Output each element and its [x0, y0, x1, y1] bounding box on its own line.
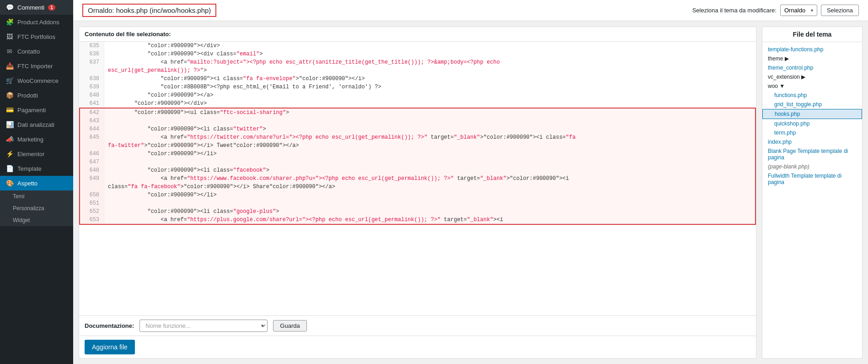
- main-content: Ornaldo: hooks.php (inc/woo/hooks.php) S…: [73, 0, 868, 364]
- table-row: 648 "color:#900090"><li class="facebook"…: [80, 166, 755, 174]
- sidebar-item-personalizza[interactable]: Personalizza: [0, 202, 73, 214]
- doc-select[interactable]: Nome funzione...: [139, 320, 268, 332]
- table-row: 641 "color:#900090"></div>: [80, 99, 755, 108]
- file-item[interactable]: template-functions.php: [762, 45, 862, 54]
- file-item[interactable]: Blank Page Template template di pagina: [762, 147, 862, 162]
- sidebar-item-temi[interactable]: Temi: [0, 190, 73, 202]
- table-row: 651: [80, 199, 755, 207]
- aggiorna-file-button[interactable]: Aggiorna file: [85, 340, 135, 354]
- content-area: Contenuto del file selezionato: 635 "col…: [73, 21, 868, 364]
- table-row: 637 <a href="mailto:?subject="><?php ech…: [80, 58, 755, 75]
- file-item[interactable]: index.php: [762, 137, 862, 147]
- appearance-icon: 🎨: [5, 179, 14, 187]
- sidebar-submenu-aspetto: Temi Personalizza Widget: [0, 190, 73, 226]
- code-editor[interactable]: 635 "color:#900090"></div>636 "color:#90…: [79, 42, 756, 315]
- mail-icon: ✉: [5, 48, 14, 55]
- sidebar-item-aspetto[interactable]: 🎨 Aspetto: [0, 176, 73, 190]
- file-item[interactable]: term.php: [762, 128, 862, 137]
- file-panel-title: File del tema: [762, 27, 862, 42]
- analytics-icon: 📊: [5, 121, 14, 128]
- guarda-button[interactable]: Guarda: [273, 320, 306, 331]
- sidebar-item-widget[interactable]: Widget: [0, 214, 73, 226]
- table-row: 635 "color:#900090"></div>: [80, 42, 755, 50]
- top-bar: Ornaldo: hooks.php (inc/woo/hooks.php) S…: [73, 0, 868, 21]
- table-row: 638 "color:#900090"><i class="fa fa-enve…: [80, 75, 755, 83]
- file-item[interactable]: vc_extension ▶: [762, 72, 862, 81]
- table-row: 647: [80, 158, 755, 166]
- sidebar-item-dati-analizzati[interactable]: 📊 Dati analizzati: [0, 117, 73, 132]
- code-table: 635 "color:#900090"></div>636 "color:#90…: [79, 42, 756, 225]
- file-item[interactable]: theme ▶: [762, 54, 862, 63]
- table-row: 652 "color:#900090"><li class="google-pl…: [80, 207, 755, 216]
- table-row: 640 "color:#900090"></a>: [80, 91, 755, 99]
- sidebar-item-commenti[interactable]: 💬 Commenti 1: [0, 0, 73, 15]
- file-item[interactable]: hooks.php: [762, 109, 862, 119]
- import-icon: 📥: [5, 62, 14, 70]
- table-row: 636 "color:#900090"><div class="email">: [80, 50, 755, 58]
- file-tree: template-functions.phptheme ▶theme_contr…: [762, 42, 862, 358]
- sidebar-item-elementor[interactable]: ⚡ Elementor: [0, 147, 73, 161]
- table-row: 639 "color:#8B008B"><?php esc_html_e('Em…: [80, 83, 755, 91]
- portfolio-icon: 🖼: [5, 33, 14, 40]
- table-row: 650 "color:#900090"></li>: [80, 191, 755, 199]
- table-row: 646 "color:#900090"></li>: [80, 150, 755, 158]
- select-theme-button[interactable]: Seleziona: [821, 5, 859, 16]
- sidebar-item-ftc-importer[interactable]: 📥 FTC Importer: [0, 59, 73, 73]
- sidebar: 💬 Commenti 1 🧩 Product Addons 🖼 FTC Port…: [0, 0, 73, 364]
- file-item[interactable]: quickshop.php: [762, 119, 862, 128]
- template-icon: 📄: [5, 165, 14, 172]
- sidebar-item-pagamenti[interactable]: 💳 Pagamenti: [0, 103, 73, 117]
- bottom-bar: Documentazione: Nome funzione... Guarda: [79, 315, 756, 336]
- aggiorna-row: Aggiorna file: [79, 336, 756, 358]
- payment-icon: 💳: [5, 106, 14, 114]
- sidebar-item-template[interactable]: 📄 Template: [0, 161, 73, 176]
- file-item[interactable]: Fullwidth Template template di pagina: [762, 171, 862, 187]
- sidebar-item-product-addons[interactable]: 🧩 Product Addons: [0, 15, 73, 29]
- doc-select-wrapper: Nome funzione...: [139, 320, 268, 332]
- file-item: (page-blank.php): [762, 162, 862, 171]
- theme-selector-label: Seleziona il tema da modificare:: [692, 7, 777, 14]
- box-icon: 📦: [5, 92, 14, 99]
- doc-label: Documentazione:: [85, 322, 134, 329]
- sidebar-item-woocommerce[interactable]: 🛒 WooCommerce: [0, 73, 73, 88]
- table-row: 642 "color:#900090"><ul class="ftc-socia…: [80, 108, 755, 117]
- file-panel: File del tema template-functions.phpthem…: [762, 27, 863, 359]
- editor-panel: Contenuto del file selezionato: 635 "col…: [79, 27, 756, 359]
- table-row: 645 <a href="https://twitter.com/share?u…: [80, 133, 755, 150]
- puzzle-icon: 🧩: [5, 18, 14, 26]
- sidebar-item-prodotti[interactable]: 📦 Prodotti: [0, 88, 73, 103]
- marketing-icon: 📣: [5, 136, 14, 143]
- table-row: 644 "color:#900090"><li class="twitter">: [80, 125, 755, 133]
- file-title: Ornaldo: hooks.php (inc/woo/hooks.php): [82, 4, 216, 17]
- comment-icon: 💬: [5, 4, 14, 11]
- sidebar-item-contatto[interactable]: ✉ Contatto: [0, 44, 73, 59]
- file-item[interactable]: functions.php: [762, 91, 862, 100]
- sidebar-item-ftc-portfolios[interactable]: 🖼 FTC Portfolios: [0, 29, 73, 44]
- file-item[interactable]: woo ▼: [762, 81, 862, 91]
- theme-selector: Seleziona il tema da modificare: Ornaldo…: [692, 5, 859, 16]
- file-item[interactable]: theme_control.php: [762, 63, 862, 72]
- table-row: 643: [80, 117, 755, 125]
- editor-label: Contenuto del file selezionato:: [79, 27, 756, 42]
- cart-icon: 🛒: [5, 77, 14, 84]
- theme-select[interactable]: Ornaldo: [780, 5, 817, 16]
- table-row: 653 <a href="https://plus.google.com/sha…: [80, 216, 755, 224]
- theme-select-wrapper: Ornaldo: [780, 5, 817, 16]
- table-row: 649 <a href="https://www.facebook.com/sh…: [80, 174, 755, 191]
- sidebar-item-marketing[interactable]: 📣 Marketing: [0, 132, 73, 147]
- elementor-icon: ⚡: [5, 150, 14, 158]
- file-item[interactable]: grid_list_toggle.php: [762, 100, 862, 109]
